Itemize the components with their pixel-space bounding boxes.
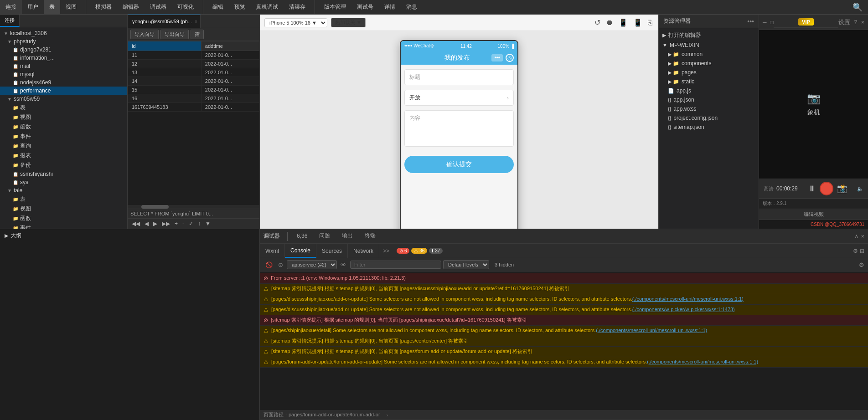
submit-button[interactable]: 确认提交 bbox=[404, 156, 514, 173]
menu-连接[interactable]: 连接 bbox=[0, 0, 22, 14]
tree-server[interactable]: ▼ localhost_3306 bbox=[0, 29, 127, 37]
tree-sys[interactable]: 📋 sys bbox=[0, 178, 127, 186]
eyeball-button[interactable]: 👁 bbox=[339, 261, 348, 269]
tree-nodejs[interactable]: 📋 nodejss46e9 bbox=[0, 78, 127, 87]
table-row[interactable]: 132022-01-0... bbox=[128, 68, 259, 77]
tree-information[interactable]: 📋 information_... bbox=[0, 54, 127, 62]
tab-sources[interactable]: Sources bbox=[316, 244, 348, 258]
context-selector[interactable]: appservice (#2) bbox=[287, 260, 337, 269]
file-common-folder[interactable]: ▶ 📁 common bbox=[659, 50, 759, 59]
copy-icon[interactable]: ⎘ bbox=[646, 18, 654, 27]
nav-first[interactable]: ◀◀ bbox=[130, 220, 141, 227]
horizontal-scrollbar[interactable] bbox=[128, 205, 259, 209]
devtools-settings-icon[interactable]: ⚙ bbox=[859, 261, 864, 268]
menu-真机调试[interactable]: 真机调试 bbox=[251, 0, 284, 14]
menu-版本管理[interactable]: 版本管理 bbox=[319, 0, 351, 14]
type-row[interactable]: 开放 › bbox=[404, 90, 514, 106]
more-options-icon[interactable]: ••• bbox=[747, 18, 754, 25]
file-app-json[interactable]: {} app.json bbox=[659, 95, 759, 104]
tree-events-folder[interactable]: 📁 事件 bbox=[0, 132, 127, 141]
screenshot-button[interactable]: 📸 bbox=[837, 184, 847, 194]
tab-连接[interactable]: 连接 bbox=[0, 15, 20, 27]
devtools-gear-icon[interactable]: ⚙ bbox=[853, 248, 858, 254]
minimize-icon[interactable]: ─ bbox=[763, 19, 767, 26]
menu-可视化[interactable]: 可视化 bbox=[172, 0, 199, 14]
table-tab-yonghu[interactable]: yonghu @ssm05w59 (ph... × bbox=[128, 15, 201, 28]
devtools-collapse-button[interactable]: ∧ bbox=[854, 233, 859, 240]
pause-button[interactable]: ⏸ bbox=[808, 184, 816, 194]
menu-编辑[interactable]: 编辑 bbox=[207, 0, 229, 14]
file-section-mp-weixin[interactable]: ▼ MP-WEIXIN bbox=[659, 41, 759, 50]
portrait-icon[interactable]: 📱 bbox=[617, 18, 629, 27]
tree-tale-tables[interactable]: 📁 表 bbox=[0, 195, 127, 204]
devtools-tab-debug[interactable]: 终端 bbox=[359, 230, 381, 242]
tab-wxml[interactable]: Wxml bbox=[260, 244, 285, 258]
tab-network[interactable]: Network bbox=[348, 244, 379, 258]
outline-section[interactable]: ▶ 大纲 bbox=[0, 229, 259, 242]
file-app-js[interactable]: 📄 app.js bbox=[659, 86, 759, 95]
refresh-icon[interactable]: ↺ bbox=[593, 18, 602, 27]
nav-last[interactable]: ▶▶ bbox=[160, 220, 171, 227]
more-tabs-icon[interactable]: >> bbox=[379, 248, 393, 254]
table-row[interactable]: 152022-01-0... bbox=[128, 86, 259, 94]
tree-db-ssm[interactable]: ▼ ssm05w59 bbox=[0, 95, 127, 103]
hotreload-button[interactable]: 热加载关 ▼ bbox=[331, 18, 366, 27]
file-project-config[interactable]: {} project.config.json bbox=[659, 113, 759, 123]
menu-模拟器[interactable]: 模拟器 bbox=[90, 0, 117, 14]
nav-confirm[interactable]: ✓ bbox=[187, 220, 195, 227]
menu-用户[interactable]: 用户 bbox=[22, 0, 44, 14]
file-pages-folder[interactable]: ▶ 📁 pages bbox=[659, 68, 759, 77]
menu-测试号[interactable]: 测试号 bbox=[351, 0, 379, 14]
nav-add[interactable]: + bbox=[173, 220, 179, 227]
content-textarea[interactable]: 内容 bbox=[404, 110, 514, 147]
tree-tale-events[interactable]: 📁 事件 bbox=[0, 223, 127, 229]
table-row[interactable]: 142022-01-0... bbox=[128, 77, 259, 86]
nav-prev[interactable]: ◀ bbox=[143, 220, 150, 227]
devtools-tab-output[interactable]: 问题 bbox=[314, 230, 336, 242]
menu-编辑器[interactable]: 编辑器 bbox=[117, 0, 145, 14]
import-button[interactable]: 导入向导 bbox=[130, 30, 159, 39]
tree-tale-views[interactable]: 📁 视图 bbox=[0, 204, 127, 214]
help-icon[interactable]: ? bbox=[854, 19, 857, 26]
record-button[interactable] bbox=[820, 182, 833, 195]
nav-up[interactable]: ↑ bbox=[196, 220, 202, 227]
devtools-filter-icon[interactable]: ⊟ bbox=[860, 248, 864, 254]
table-row[interactable]: 162022-01-0... bbox=[128, 94, 259, 103]
menu-调试器[interactable]: 调试器 bbox=[145, 0, 172, 14]
tree-django[interactable]: 📋 django7v281 bbox=[0, 46, 127, 54]
settings-icon[interactable]: 设置 bbox=[838, 18, 850, 26]
device-selector[interactable]: iPhone 5 100% 16 ▼ bbox=[264, 18, 327, 27]
console-link[interactable]: (./components/w-picker/w-picker.wxss:1:1… bbox=[632, 307, 735, 312]
tree-views-folder[interactable]: 📁 视图 bbox=[0, 113, 127, 122]
volume-icon[interactable]: 🔈 bbox=[857, 186, 863, 192]
tree-db-phpstudy[interactable]: ▼ phpstudy bbox=[0, 37, 127, 46]
col-header-addtime[interactable]: addtime bbox=[201, 41, 259, 51]
file-section-open-editors[interactable]: ▶ 打开的编辑器 bbox=[659, 30, 759, 41]
console-link[interactable]: (./components/mescroll-uni/mescroll-uni.… bbox=[596, 328, 707, 333]
file-components-folder[interactable]: ▶ 📁 components bbox=[659, 59, 759, 68]
devtools-close-button[interactable]: × bbox=[861, 233, 864, 240]
scrollbar-thumb[interactable] bbox=[141, 205, 169, 209]
landscape-icon[interactable]: 📱 bbox=[632, 18, 644, 27]
tab-close-icon[interactable]: × bbox=[195, 19, 197, 24]
table-row[interactable]: 112022-01-0... bbox=[128, 51, 259, 60]
table-row[interactable]: 122022-01-0... bbox=[128, 60, 259, 68]
preview-icon[interactable]: ⏺ bbox=[604, 18, 615, 27]
file-sitemap-json[interactable]: {} sitemap.json bbox=[659, 123, 759, 132]
menu-清渠存[interactable]: 清渠存 bbox=[284, 0, 311, 14]
maximize-icon[interactable]: □ bbox=[770, 19, 774, 26]
tree-mail[interactable]: 📋 mail bbox=[0, 62, 127, 70]
tree-mysql[interactable]: 📋 mysql bbox=[0, 70, 127, 78]
menu-预览[interactable]: 预览 bbox=[229, 0, 251, 14]
tree-tale-funcs[interactable]: 📁 函数 bbox=[0, 214, 127, 223]
file-static-folder[interactable]: ▶ 📁 static bbox=[659, 77, 759, 86]
devtools-tab-terminal[interactable]: 输出 bbox=[336, 230, 358, 242]
tree-functions-folder[interactable]: 📁 函数 bbox=[0, 122, 127, 132]
tree-queries-folder[interactable]: 📁 查询 bbox=[0, 141, 127, 151]
console-link[interactable]: (./components/mescroll-uni/mescroll-uni.… bbox=[632, 296, 744, 302]
col-header-id[interactable]: id bbox=[128, 41, 202, 51]
edit-video-button[interactable]: 编辑视频 bbox=[759, 209, 868, 220]
menu-详情[interactable]: 详情 bbox=[379, 0, 401, 14]
filter-button[interactable]: 筛 bbox=[191, 30, 204, 39]
tree-ssmshi[interactable]: 📋 ssmshiyanshi bbox=[0, 170, 127, 178]
